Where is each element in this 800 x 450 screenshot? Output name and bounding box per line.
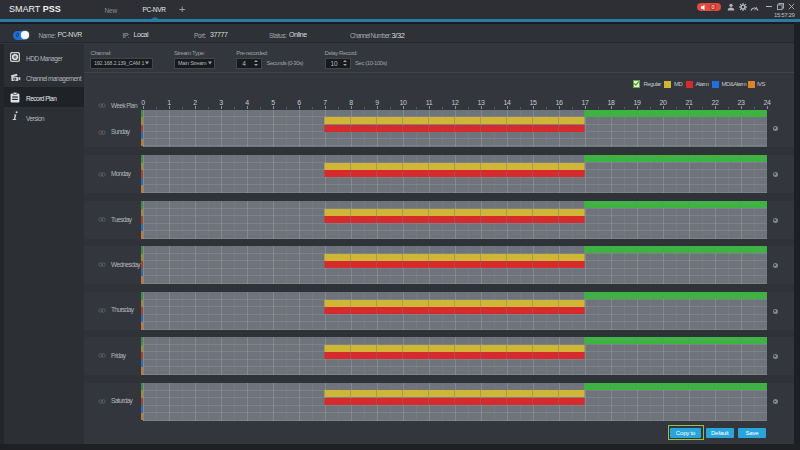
svg-text:0: 0 bbox=[711, 4, 714, 10]
